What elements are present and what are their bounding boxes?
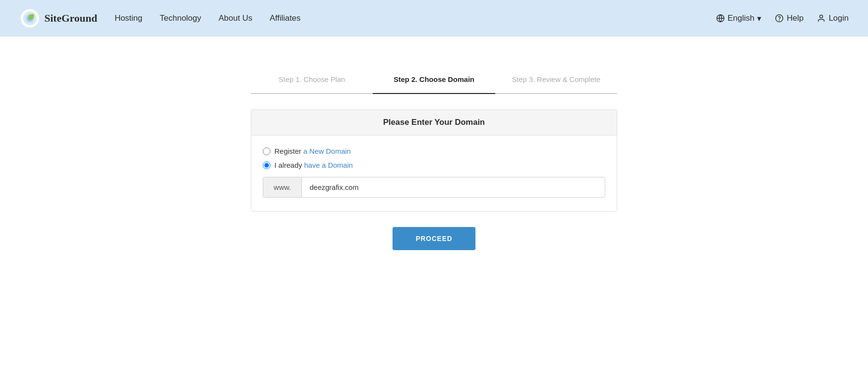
- nav-affiliates[interactable]: Affiliates: [270, 13, 300, 23]
- step-2[interactable]: Step 2. Choose Domain: [373, 75, 495, 94]
- help-link[interactable]: Help: [775, 13, 803, 23]
- step-3[interactable]: Step 3. Review & Complete: [495, 75, 617, 94]
- steps-row: Step 1. Choose Plan Step 2. Choose Domai…: [251, 75, 617, 94]
- radio-existing-domain[interactable]: [263, 161, 271, 169]
- login-label: Login: [828, 13, 849, 23]
- siteground-logo-icon: [19, 8, 41, 29]
- step-3-label: Step 3. Review & Complete: [512, 75, 600, 88]
- main-content: Step 1. Choose Plan Step 2. Choose Domai…: [0, 37, 868, 250]
- domain-input-row: www.: [263, 177, 605, 198]
- navbar: SiteGround Hosting Technology About Us A…: [0, 0, 868, 37]
- language-icon: [716, 14, 725, 23]
- help-icon: [775, 14, 784, 23]
- register-text: Register: [274, 147, 303, 155]
- language-label: English: [728, 13, 755, 23]
- domain-card-header: Please Enter Your Domain: [251, 110, 617, 135]
- svg-point-7: [820, 15, 823, 18]
- login-link[interactable]: Login: [817, 13, 849, 23]
- have-domain-link[interactable]: have a Domain: [304, 161, 353, 169]
- navbar-left: SiteGround Hosting Technology About Us A…: [19, 8, 300, 29]
- help-label: Help: [787, 13, 803, 23]
- user-icon: [817, 14, 826, 23]
- domain-input[interactable]: [302, 177, 605, 197]
- step-2-label: Step 2. Choose Domain: [393, 75, 475, 88]
- proceed-btn-row: PROCEED: [393, 227, 475, 250]
- domain-card-body: Register a New Domain I already have a D…: [251, 135, 617, 211]
- nav-technology[interactable]: Technology: [160, 13, 201, 23]
- radio-new-domain[interactable]: [263, 147, 271, 155]
- new-domain-link[interactable]: a New Domain: [303, 147, 351, 155]
- nav-about-us[interactable]: About Us: [218, 13, 252, 23]
- radio-existing-domain-label: I already have a Domain: [274, 161, 353, 169]
- proceed-button[interactable]: PROCEED: [393, 227, 475, 250]
- nav-hosting[interactable]: Hosting: [115, 13, 143, 23]
- svg-point-6: [779, 20, 780, 20]
- domain-card: Please Enter Your Domain Register a New …: [251, 109, 617, 212]
- www-prefix: www.: [263, 177, 302, 197]
- radio-existing-domain-row: I already have a Domain: [263, 161, 605, 169]
- radio-new-domain-label: Register a New Domain: [274, 147, 351, 155]
- step-1[interactable]: Step 1. Choose Plan: [251, 75, 373, 94]
- i-already-text: I already: [274, 161, 304, 169]
- domain-card-title: Please Enter Your Domain: [383, 118, 485, 127]
- navbar-right: English ▾ Help Login: [716, 13, 849, 24]
- logo-text: SiteGround: [44, 12, 97, 25]
- logo[interactable]: SiteGround: [19, 8, 97, 29]
- language-selector[interactable]: English ▾: [716, 13, 762, 24]
- step-1-label: Step 1. Choose Plan: [279, 75, 345, 88]
- radio-new-domain-row: Register a New Domain: [263, 147, 605, 155]
- language-arrow: ▾: [757, 13, 761, 24]
